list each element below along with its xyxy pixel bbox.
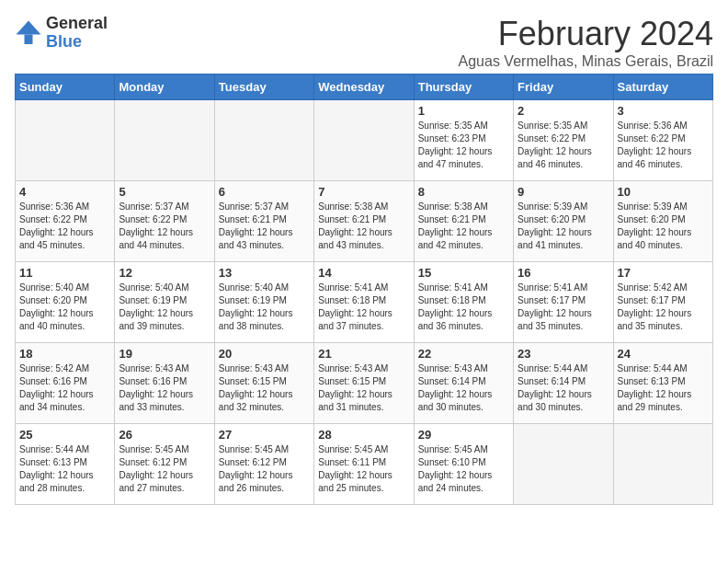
calendar-cell <box>16 100 115 181</box>
logo-blue: Blue <box>46 33 108 52</box>
day-info: Sunrise: 5:45 AMSunset: 6:11 PMDaylight:… <box>318 443 409 495</box>
calendar-cell: 7Sunrise: 5:38 AMSunset: 6:21 PMDaylight… <box>314 181 414 262</box>
day-info: Sunrise: 5:40 AMSunset: 6:20 PMDaylight:… <box>19 282 110 333</box>
day-number: 20 <box>219 347 310 361</box>
day-info: Sunrise: 5:41 AMSunset: 6:17 PMDaylight:… <box>518 282 609 333</box>
svg-rect-1 <box>25 34 33 44</box>
page-header: General Blue February 2024 Aguas Vermelh… <box>15 15 713 70</box>
day-number: 25 <box>19 428 110 442</box>
day-number: 24 <box>618 347 709 361</box>
day-number: 6 <box>219 185 310 199</box>
day-number: 19 <box>119 347 210 361</box>
day-number: 21 <box>318 347 409 361</box>
logo: General Blue <box>15 15 108 52</box>
location-title: Aguas Vermelhas, Minas Gerais, Brazil <box>459 53 713 70</box>
day-number: 7 <box>318 185 409 199</box>
day-info: Sunrise: 5:40 AMSunset: 6:19 PMDaylight:… <box>219 282 310 333</box>
day-number: 13 <box>219 266 310 280</box>
day-number: 5 <box>119 185 210 199</box>
day-info: Sunrise: 5:35 AMSunset: 6:22 PMDaylight:… <box>518 120 609 171</box>
day-number: 16 <box>518 266 609 280</box>
day-number: 1 <box>418 104 509 118</box>
svg-marker-0 <box>17 20 41 34</box>
calendar-header-row: SundayMondayTuesdayWednesdayThursdayFrid… <box>16 75 713 100</box>
day-info: Sunrise: 5:45 AMSunset: 6:12 PMDaylight:… <box>119 443 210 495</box>
calendar-table: SundayMondayTuesdayWednesdayThursdayFrid… <box>15 74 713 505</box>
day-info: Sunrise: 5:37 AMSunset: 6:22 PMDaylight:… <box>119 201 210 252</box>
header-friday: Friday <box>514 75 613 100</box>
calendar-week-2: 11Sunrise: 5:40 AMSunset: 6:20 PMDayligh… <box>16 262 713 343</box>
calendar-week-4: 25Sunrise: 5:44 AMSunset: 6:13 PMDayligh… <box>16 424 713 505</box>
day-info: Sunrise: 5:35 AMSunset: 6:23 PMDaylight:… <box>418 120 509 171</box>
day-number: 3 <box>618 104 709 118</box>
calendar-cell: 26Sunrise: 5:45 AMSunset: 6:12 PMDayligh… <box>115 424 214 505</box>
logo-icon <box>15 19 42 47</box>
day-info: Sunrise: 5:40 AMSunset: 6:19 PMDaylight:… <box>119 282 210 333</box>
day-number: 14 <box>318 266 409 280</box>
calendar-cell: 1Sunrise: 5:35 AMSunset: 6:23 PMDaylight… <box>414 100 513 181</box>
calendar-cell: 29Sunrise: 5:45 AMSunset: 6:10 PMDayligh… <box>414 424 513 505</box>
day-number: 29 <box>418 428 509 442</box>
day-number: 4 <box>19 185 110 199</box>
day-info: Sunrise: 5:43 AMSunset: 6:15 PMDaylight:… <box>219 362 310 414</box>
day-info: Sunrise: 5:37 AMSunset: 6:21 PMDaylight:… <box>219 201 310 252</box>
calendar-cell: 9Sunrise: 5:39 AMSunset: 6:20 PMDaylight… <box>514 181 613 262</box>
day-number: 18 <box>19 347 110 361</box>
calendar-cell: 12Sunrise: 5:40 AMSunset: 6:19 PMDayligh… <box>115 262 214 343</box>
header-sunday: Sunday <box>16 75 115 100</box>
calendar-week-0: 1Sunrise: 5:35 AMSunset: 6:23 PMDaylight… <box>16 100 713 181</box>
calendar-week-3: 18Sunrise: 5:42 AMSunset: 6:16 PMDayligh… <box>16 343 713 424</box>
day-info: Sunrise: 5:43 AMSunset: 6:14 PMDaylight:… <box>418 362 509 414</box>
day-number: 23 <box>518 347 609 361</box>
day-info: Sunrise: 5:39 AMSunset: 6:20 PMDaylight:… <box>618 201 709 252</box>
day-number: 28 <box>318 428 409 442</box>
calendar-week-1: 4Sunrise: 5:36 AMSunset: 6:22 PMDaylight… <box>16 181 713 262</box>
calendar-cell: 23Sunrise: 5:44 AMSunset: 6:14 PMDayligh… <box>514 343 613 424</box>
calendar-cell: 10Sunrise: 5:39 AMSunset: 6:20 PMDayligh… <box>613 181 712 262</box>
logo-general: General <box>46 15 108 33</box>
calendar-cell: 25Sunrise: 5:44 AMSunset: 6:13 PMDayligh… <box>16 424 115 505</box>
header-monday: Monday <box>115 75 214 100</box>
calendar-cell: 3Sunrise: 5:36 AMSunset: 6:22 PMDaylight… <box>613 100 712 181</box>
calendar-cell: 19Sunrise: 5:43 AMSunset: 6:16 PMDayligh… <box>115 343 214 424</box>
day-number: 9 <box>518 185 609 199</box>
calendar-cell: 27Sunrise: 5:45 AMSunset: 6:12 PMDayligh… <box>214 424 313 505</box>
day-info: Sunrise: 5:36 AMSunset: 6:22 PMDaylight:… <box>19 201 110 252</box>
day-number: 2 <box>518 104 609 118</box>
day-number: 17 <box>618 266 709 280</box>
day-number: 22 <box>418 347 509 361</box>
calendar-cell: 2Sunrise: 5:35 AMSunset: 6:22 PMDaylight… <box>514 100 613 181</box>
calendar-cell: 15Sunrise: 5:41 AMSunset: 6:18 PMDayligh… <box>414 262 513 343</box>
day-number: 8 <box>418 185 509 199</box>
header-saturday: Saturday <box>613 75 712 100</box>
day-info: Sunrise: 5:45 AMSunset: 6:10 PMDaylight:… <box>418 443 509 495</box>
day-info: Sunrise: 5:41 AMSunset: 6:18 PMDaylight:… <box>418 282 509 333</box>
day-info: Sunrise: 5:38 AMSunset: 6:21 PMDaylight:… <box>318 201 409 252</box>
day-info: Sunrise: 5:44 AMSunset: 6:14 PMDaylight:… <box>518 362 609 414</box>
day-info: Sunrise: 5:41 AMSunset: 6:18 PMDaylight:… <box>318 282 409 333</box>
day-info: Sunrise: 5:44 AMSunset: 6:13 PMDaylight:… <box>19 443 110 495</box>
calendar-cell: 22Sunrise: 5:43 AMSunset: 6:14 PMDayligh… <box>414 343 513 424</box>
calendar-cell: 8Sunrise: 5:38 AMSunset: 6:21 PMDaylight… <box>414 181 513 262</box>
day-info: Sunrise: 5:45 AMSunset: 6:12 PMDaylight:… <box>219 443 310 495</box>
day-number: 11 <box>19 266 110 280</box>
calendar-cell: 17Sunrise: 5:42 AMSunset: 6:17 PMDayligh… <box>613 262 712 343</box>
day-info: Sunrise: 5:42 AMSunset: 6:16 PMDaylight:… <box>19 362 110 414</box>
calendar-cell <box>314 100 414 181</box>
calendar-cell: 18Sunrise: 5:42 AMSunset: 6:16 PMDayligh… <box>16 343 115 424</box>
day-info: Sunrise: 5:38 AMSunset: 6:21 PMDaylight:… <box>418 201 509 252</box>
header-thursday: Thursday <box>414 75 513 100</box>
day-info: Sunrise: 5:43 AMSunset: 6:16 PMDaylight:… <box>119 362 210 414</box>
header-wednesday: Wednesday <box>314 75 414 100</box>
calendar-cell <box>115 100 214 181</box>
day-info: Sunrise: 5:43 AMSunset: 6:15 PMDaylight:… <box>318 362 409 414</box>
day-info: Sunrise: 5:39 AMSunset: 6:20 PMDaylight:… <box>518 201 609 252</box>
title-section: February 2024 Aguas Vermelhas, Minas Ger… <box>459 15 713 70</box>
calendar-cell <box>514 424 613 505</box>
calendar-cell: 28Sunrise: 5:45 AMSunset: 6:11 PMDayligh… <box>314 424 414 505</box>
calendar-cell: 14Sunrise: 5:41 AMSunset: 6:18 PMDayligh… <box>314 262 414 343</box>
calendar-cell <box>613 424 712 505</box>
calendar-cell: 13Sunrise: 5:40 AMSunset: 6:19 PMDayligh… <box>214 262 313 343</box>
day-number: 12 <box>119 266 210 280</box>
calendar-cell: 20Sunrise: 5:43 AMSunset: 6:15 PMDayligh… <box>214 343 313 424</box>
